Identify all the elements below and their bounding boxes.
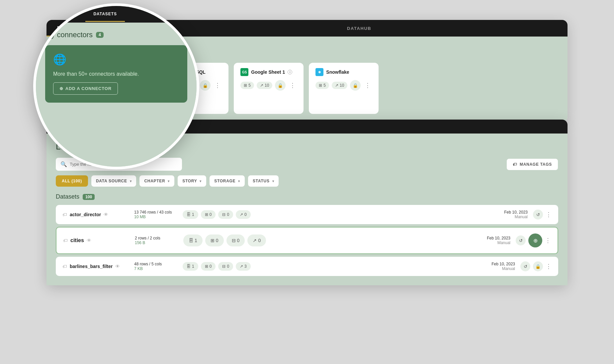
stat-db: 🗄1 — [183, 210, 198, 219]
table-icon: ⊞ — [319, 83, 322, 88]
circle-tab-bar: DATASOURCES DATASETS — [36, 6, 197, 23]
dataset-date-barlines: Feb 10, 2023 Manual — [479, 262, 515, 271]
eye-icon[interactable]: 👁 — [87, 238, 91, 243]
dataset-date-actor: Feb 10, 2023 Manual — [491, 210, 528, 219]
dataset-row: 🏷 actor_director 👁 13 746 rows / 43 cols… — [56, 205, 558, 224]
stat-table2: ⊟0 — [218, 262, 233, 271]
dataset-name-text: cities — [70, 237, 84, 243]
dataset-name-text: actor_director — [70, 212, 101, 217]
filter-chapter-dropdown[interactable]: CHAPTER ▾ — [139, 175, 174, 187]
snowflake-name: Snowflake — [326, 69, 349, 75]
filter-all-button[interactable]: ALL (100) — [56, 175, 88, 187]
googlesheet-more-button[interactable]: ⋮ — [288, 82, 297, 89]
googlesheet-stat-tables: ⊞ 5 — [240, 82, 254, 89]
chevron-down-icon: ▾ — [238, 179, 240, 183]
chevron-down-icon: ▾ — [168, 179, 170, 183]
chevron-down-icon: ▾ — [200, 179, 202, 183]
manage-tags-icon: 🏷 — [513, 162, 517, 167]
dataset-date-cities: Feb 10, 2023 Manual — [474, 236, 510, 245]
tag-icon: 🏷 — [63, 238, 68, 243]
add-data-button[interactable]: ⊕ — [528, 233, 542, 247]
dataset-name-text: barlines_bars_filter — [70, 264, 113, 269]
dataset-size-barlines: 48 rows / 5 cols 7 KB — [134, 262, 177, 271]
circle-tab-datasets[interactable]: DATASETS — [85, 7, 125, 22]
dataset-stats-cities: 🗄1 ⊞0 ⊟0 ↗0 — [183, 234, 469, 246]
googlesheet-name: Google Sheet 1 — [251, 69, 285, 75]
stat-chart: ↗0 — [236, 210, 251, 219]
dataset-size-cities: 2 rows / 2 cols 156 B — [135, 236, 178, 245]
chart-icon: ↗ — [260, 83, 263, 88]
eye-icon[interactable]: 👁 — [115, 264, 120, 269]
more-button[interactable]: ⋮ — [546, 263, 552, 270]
snowflake-logo: ❄ — [315, 68, 323, 76]
googlesheet-lock-button[interactable]: 🔒 — [275, 80, 286, 91]
postgresql-lock-button[interactable]: 🔒 — [200, 80, 211, 91]
circle-content: My connectors 4 🌐 More than 50+ connecto… — [36, 23, 197, 111]
datahub-title: DATAHUB — [151, 26, 568, 31]
googlesheet-logo: GS — [240, 68, 248, 76]
more-button[interactable]: ⋮ — [545, 237, 551, 244]
more-button[interactable]: ⋮ — [546, 211, 552, 218]
chevron-down-icon: ▾ — [272, 179, 274, 183]
snowflake-stat-tables: ⊞ 5 — [315, 82, 329, 89]
datasets-section-title: Datasets 100 — [56, 193, 558, 200]
dataset-name-barlines: 🏷 barlines_bars_filter 👁 — [62, 264, 129, 269]
stat-db: 🗄1 — [183, 262, 198, 271]
dataset-actions-cities: ↺ ⊕ ⋮ — [516, 233, 551, 247]
dataset-size-actor: 13 746 rows / 43 cols 10 MB — [134, 210, 177, 219]
datasets-count-badge: 100 — [83, 194, 95, 200]
snowflake-stat-charts: ↗ 10 — [332, 82, 347, 89]
dataset-actions-barlines: ↺ 🔒 ⋮ — [520, 261, 552, 271]
filter-row: ALL (100) DATA SOURCE ▾ CHAPTER ▾ STORY … — [56, 175, 558, 187]
circle-add-card: 🌐 More than 50+ connectors available. ⊕ … — [45, 45, 187, 103]
stat-chart-large: ↗0 — [247, 234, 266, 246]
dataset-stats-barlines: 🗄1 ⊞0 ⊟0 ↗3 — [183, 262, 473, 271]
circle-tab-datasources[interactable]: DATASOURCES — [36, 7, 85, 22]
lock-button[interactable]: 🔒 — [533, 261, 543, 271]
circle-add-text: More than 50+ connectors available. — [53, 70, 139, 78]
stat-table-large: ⊞0 — [205, 234, 224, 246]
stat-table: ⊞0 — [201, 262, 216, 271]
filter-storage-dropdown[interactable]: STORAGE ▾ — [210, 175, 245, 187]
dataset-actions-actor: ↺ ⋮ — [533, 210, 552, 220]
refresh-button[interactable]: ↺ — [516, 235, 526, 245]
tag-icon: 🏷 — [62, 212, 67, 217]
filter-status-dropdown[interactable]: STATUS ▾ — [248, 175, 279, 187]
stat-table2: ⊟0 — [218, 210, 233, 219]
dataset-stats-actor: 🗄1 ⊞0 ⊟0 ↗0 — [183, 210, 486, 219]
googlesheet-info-icon[interactable]: i — [288, 70, 292, 74]
manage-tags-button[interactable]: 🏷 MANAGE TAGS — [506, 158, 558, 170]
circle-section-title: My connectors 4 — [45, 31, 187, 39]
chart-icon: ↗ — [335, 83, 338, 88]
chevron-down-icon: ▾ — [130, 179, 132, 183]
googlesheet-stat-charts: ↗ 10 — [257, 82, 272, 89]
refresh-button[interactable]: ↺ — [533, 210, 543, 220]
circle-inner: DATASOURCES DATASETS My connectors 4 🌐 M… — [36, 6, 197, 167]
circle-add-connector-button[interactable]: ⊕ ADD A CONNECTOR — [53, 82, 118, 95]
dataset-row-cities: 🏷 cities 👁 2 rows / 2 cols 156 B 🗄1 ⊞0 ⊟… — [56, 227, 558, 254]
dataset-row-barlines: 🏷 barlines_bars_filter 👁 48 rows / 5 col… — [56, 257, 558, 276]
tag-icon: 🏷 — [62, 264, 67, 269]
filter-story-dropdown[interactable]: STORY ▾ — [178, 175, 206, 187]
connector-card-googlesheet: GS Google Sheet 1 i ⊞ 5 ↗ 10 🔒 — [234, 63, 304, 114]
circle-count-badge: 4 — [96, 32, 104, 38]
stat-db-large: 🗄1 — [183, 234, 203, 246]
stat-table2-large: ⊟0 — [226, 234, 245, 246]
dataset-name-actor-director: 🏷 actor_director 👁 — [62, 212, 129, 217]
dataset-name-cities: 🏷 cities 👁 — [63, 237, 130, 243]
snowflake-lock-button[interactable]: 🔒 — [350, 80, 361, 91]
circle-magnifier: DATASOURCES DATASETS My connectors 4 🌐 M… — [33, 3, 199, 169]
circle-globe-icon: 🌐 — [53, 53, 66, 66]
refresh-button[interactable]: ↺ — [520, 261, 530, 271]
eye-icon[interactable]: 👁 — [104, 212, 108, 217]
snowflake-more-button[interactable]: ⋮ — [363, 82, 372, 89]
table-icon: ⊞ — [244, 83, 247, 88]
circle-add-icon: ⊕ — [59, 86, 63, 91]
filter-datasource-dropdown[interactable]: DATA SOURCE ▾ — [91, 175, 136, 187]
connector-card-snowflake: ❄ Snowflake ⊞ 5 ↗ 10 🔒 ⋮ — [309, 63, 379, 114]
stat-chart: ↗3 — [236, 262, 251, 271]
stat-table: ⊞0 — [201, 210, 216, 219]
page-container: DATASOURCES DATASETS DATAHUB My connecto… — [0, 0, 614, 364]
postgresql-more-button[interactable]: ⋮ — [213, 82, 222, 89]
